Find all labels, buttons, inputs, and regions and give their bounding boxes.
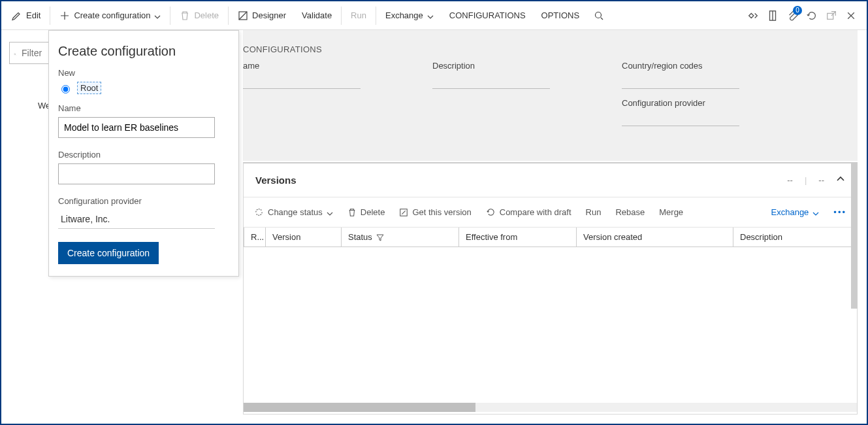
toolbar-right: 0 [747,9,864,22]
svg-rect-3 [828,13,833,19]
name-input[interactable] [58,117,215,138]
description-field[interactable] [432,73,550,89]
filter-icon [376,233,384,241]
designer-label: Designer [252,10,286,20]
separator [170,7,170,25]
col-description-label: Description [432,61,583,71]
grid-col-description[interactable]: Description [733,228,857,246]
versions-toolbar: Change status Delete Get this version Co… [244,197,857,228]
grid-col-version-created[interactable]: Version created [577,228,733,246]
edit-label: Edit [26,10,40,20]
version-delete-label: Delete [361,207,385,217]
name-input-label: Name [58,103,229,113]
create-configuration-label: Create configuration [74,10,150,20]
configurations-tab-label: CONFIGURATIONS [449,10,526,20]
new-group-label: New [58,68,229,78]
popout-button[interactable] [825,9,838,22]
collapse-button[interactable] [836,175,845,186]
separator [341,7,342,25]
get-version-label: Get this version [412,207,471,217]
edit-button[interactable]: Edit [4,1,48,30]
chevron-down-icon [327,209,333,216]
versions-status-1: -- [787,175,793,185]
versions-h-scrollbar[interactable] [244,403,857,412]
validate-button[interactable]: Validate [294,1,340,30]
grid-col-effective-from[interactable]: Effective from [459,228,577,246]
provider-field[interactable] [622,110,739,126]
country-codes-field[interactable] [622,73,739,89]
description-input[interactable] [58,163,215,184]
close-icon [846,10,856,21]
popout-icon [826,10,837,22]
rebase-label: Rebase [615,207,645,217]
versions-exchange-label: Exchange [771,207,809,217]
configurations-section-title: CONFIGURATIONS [243,44,858,54]
plus-icon [59,10,70,21]
vertical-scrollbar[interactable] [851,162,858,309]
versions-exchange-button[interactable]: Exchange [771,207,820,217]
version-run-button[interactable]: Run [586,207,602,217]
grid-col-status[interactable]: Status [342,228,459,246]
designer-icon [238,10,248,21]
grid-col-version[interactable]: Version [266,228,342,246]
filter-input[interactable] [20,47,46,59]
get-version-button[interactable]: Get this version [399,207,471,217]
configurations-tab[interactable]: CONFIGURATIONS [442,1,534,30]
top-toolbar: Edit Create configuration Delete Designe… [1,1,867,30]
chevron-down-icon [812,209,819,216]
version-delete-button[interactable]: Delete [347,207,385,217]
col-country-codes-label: Country/region codes [622,61,772,71]
grid-col-r[interactable]: R... [244,228,266,246]
close-button[interactable] [844,9,858,22]
description-input-label: Description [58,150,229,160]
attachments-badge: 0 [793,6,802,15]
search-toolbar-button[interactable] [587,1,611,30]
versions-panel: Versions -- | -- Change status Delete Ge… [243,162,858,415]
trash-icon [347,208,357,217]
chevron-up-icon [836,175,845,184]
versions-more-button[interactable]: ••• [833,207,846,217]
compare-icon [486,207,496,217]
connector-icon [747,10,759,22]
compare-draft-label: Compare with draft [500,207,571,217]
office-icon-button[interactable] [766,9,779,22]
options-tab-label: OPTIONS [541,10,580,20]
versions-title: Versions [255,175,297,186]
separator [228,7,229,25]
refresh-button[interactable] [805,9,818,22]
refresh-icon [806,10,818,22]
pencil-icon [12,10,22,21]
change-status-button[interactable]: Change status [254,207,333,217]
svg-point-4 [14,54,16,55]
merge-button[interactable]: Merge [659,207,683,217]
create-configuration-button[interactable]: Create configuration [52,1,169,30]
create-configuration-submit[interactable]: Create configuration [58,242,159,264]
create-configuration-dialog: Create configuration New Root Name Descr… [48,30,239,277]
name-field[interactable] [243,73,361,89]
scrollbar-thumb[interactable] [244,403,475,412]
delete-button[interactable]: Delete [172,1,227,30]
change-status-label: Change status [268,207,323,217]
root-radio-label: Root [77,82,101,94]
provider-value[interactable]: Litware, Inc. [58,210,215,229]
rebase-button[interactable]: Rebase [615,207,645,217]
separator [376,7,376,25]
designer-button[interactable]: Designer [230,1,294,30]
run-button[interactable]: Run [343,1,374,30]
search-icon [594,10,604,21]
version-run-label: Run [586,207,602,217]
versions-grid-header: R... Version Status Effective from Versi… [244,228,857,247]
attachments-button[interactable]: 0 [786,9,799,22]
run-label: Run [351,10,366,20]
connector-icon-button[interactable] [747,9,760,22]
exchange-button[interactable]: Exchange [378,1,442,30]
root-radio[interactable] [61,85,70,94]
create-configuration-submit-label: Create configuration [67,248,150,258]
configurations-header: CONFIGURATIONS ame Description Country/r… [243,30,858,161]
options-tab[interactable]: OPTIONS [534,1,588,30]
versions-grid-body [244,247,857,403]
trash-icon [180,10,190,21]
provider-input-label: Configuration provider [58,196,229,206]
compare-draft-button[interactable]: Compare with draft [486,207,571,217]
filter-input-wrap[interactable] [9,42,51,64]
